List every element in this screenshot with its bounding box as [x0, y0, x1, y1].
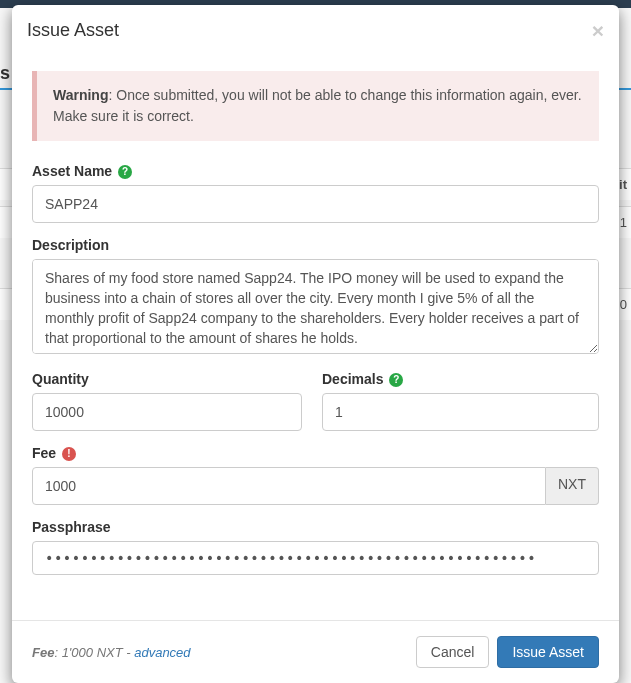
description-group: Description Shares of my food store name…: [32, 237, 599, 357]
help-icon[interactable]: ?: [389, 373, 403, 387]
description-input[interactable]: Shares of my food store named Sapp24. Th…: [32, 259, 599, 354]
submit-button[interactable]: Issue Asset: [497, 636, 599, 668]
modal-body: Warning: Once submitted, you will not be…: [12, 56, 619, 620]
fee-label: Fee !: [32, 445, 599, 461]
decimals-group: Decimals ?: [322, 371, 599, 431]
fee-unit: NXT: [546, 467, 599, 505]
fee-group: Fee ! NXT: [32, 445, 599, 505]
passphrase-input[interactable]: ••••••••••••••••••••••••••••••••••••••••…: [32, 541, 599, 575]
advanced-link[interactable]: advanced: [134, 645, 190, 660]
warning-text: : Once submitted, you will not be able t…: [53, 87, 582, 124]
passphrase-label: Passphrase: [32, 519, 599, 535]
fee-input[interactable]: [32, 467, 546, 505]
close-button[interactable]: ×: [592, 20, 604, 41]
fee-label-text: Fee: [32, 445, 56, 461]
quantity-input[interactable]: [32, 393, 302, 431]
footer-fee-text: Fee: 1'000 NXT - advanced: [32, 645, 408, 660]
footer-fee-label: Fee: [32, 645, 54, 660]
alert-icon[interactable]: !: [62, 447, 76, 461]
warning-alert: Warning: Once submitted, you will not be…: [32, 71, 599, 141]
warning-label: Warning: [53, 87, 108, 103]
quantity-group: Quantity: [32, 371, 302, 431]
modal-footer: Fee: 1'000 NXT - advanced Cancel Issue A…: [12, 620, 619, 683]
asset-name-label: Asset Name ?: [32, 163, 599, 179]
modal-title: Issue Asset: [27, 20, 119, 41]
asset-name-group: Asset Name ?: [32, 163, 599, 223]
decimals-input[interactable]: [322, 393, 599, 431]
decimals-label: Decimals ?: [322, 371, 599, 387]
footer-fee-value: : 1'000 NXT -: [54, 645, 134, 660]
decimals-label-text: Decimals: [322, 371, 383, 387]
bg-page-title-fragment: s: [0, 63, 10, 84]
passphrase-group: Passphrase •••••••••••••••••••••••••••••…: [32, 519, 599, 575]
asset-name-label-text: Asset Name: [32, 163, 112, 179]
help-icon[interactable]: ?: [118, 165, 132, 179]
description-label: Description: [32, 237, 599, 253]
cancel-button[interactable]: Cancel: [416, 636, 490, 668]
quantity-label: Quantity: [32, 371, 302, 387]
issue-asset-modal: Issue Asset × Warning: Once submitted, y…: [12, 5, 619, 683]
modal-header: Issue Asset ×: [12, 5, 619, 56]
asset-name-input[interactable]: [32, 185, 599, 223]
